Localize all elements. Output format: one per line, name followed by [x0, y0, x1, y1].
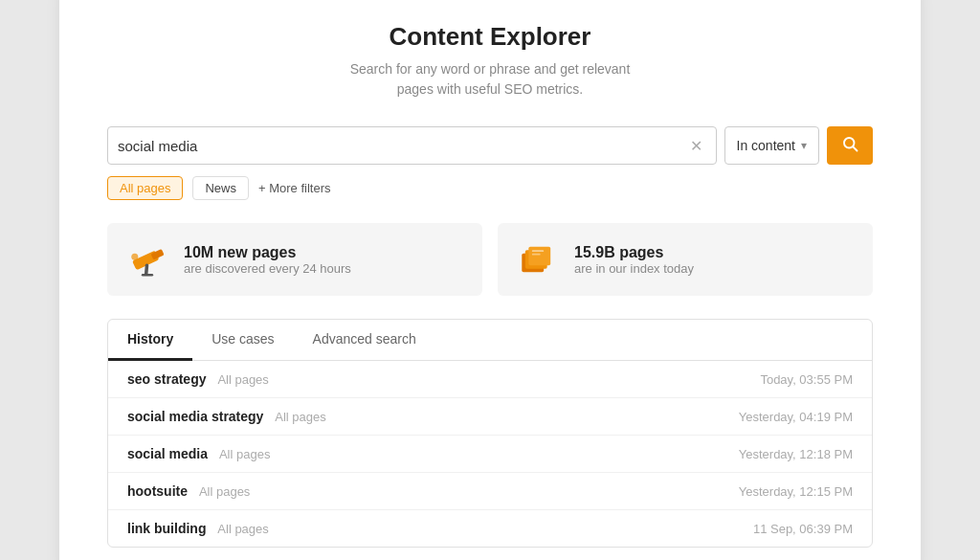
search-button[interactable]	[827, 126, 873, 165]
search-scope-label: In content	[737, 138, 796, 153]
history-item[interactable]: social media strategy All pages Yesterda…	[108, 398, 872, 436]
search-box: ✕	[107, 126, 717, 165]
stat-new-pages: 10M new pages are discovered every 24 ho…	[107, 223, 482, 296]
page-header: Content Explorer Search for any word or …	[107, 22, 873, 100]
history-timestamp: Yesterday, 12:18 PM	[739, 447, 853, 461]
filter-row: All pages News + More filters	[107, 176, 873, 200]
pages-stack-icon	[517, 238, 559, 280]
search-icon	[841, 135, 858, 157]
history-timestamp: Yesterday, 12:15 PM	[739, 484, 853, 499]
svg-rect-9	[528, 247, 550, 265]
stat-index-pages-desc: are in our index today	[574, 261, 694, 276]
history-timestamp: Today, 03:55 PM	[760, 372, 853, 387]
filter-news[interactable]: News	[192, 176, 249, 200]
history-term: social media strategy	[127, 409, 263, 424]
svg-line-1	[853, 146, 857, 150]
history-scope: All pages	[217, 522, 268, 536]
history-term: social media	[127, 446, 208, 461]
stat-index-pages: 15.9B pages are in our index today	[498, 223, 873, 296]
search-scope-dropdown[interactable]: In content ▾	[724, 126, 820, 165]
tab-use-cases[interactable]: Use cases	[192, 320, 293, 361]
chevron-down-icon: ▾	[801, 139, 807, 152]
svg-point-6	[131, 254, 138, 260]
svg-rect-10	[532, 250, 544, 252]
filter-all-pages[interactable]: All pages	[107, 176, 183, 200]
history-term: hootsuite	[127, 483, 188, 499]
page-subtitle: Search for any word or phrase and get re…	[107, 59, 873, 100]
history-timestamp: 11 Sep, 06:39 PM	[753, 522, 853, 536]
history-term: seo strategy	[127, 371, 206, 387]
telescope-icon	[126, 238, 168, 280]
stats-row: 10M new pages are discovered every 24 ho…	[107, 223, 873, 296]
history-scope: All pages	[219, 447, 270, 461]
history-item[interactable]: seo strategy All pages Today, 03:55 PM	[108, 361, 872, 398]
filter-more-button[interactable]: + More filters	[258, 181, 331, 195]
history-scope: All pages	[199, 484, 250, 499]
tab-advanced-search[interactable]: Advanced search	[294, 320, 435, 361]
history-item[interactable]: hootsuite All pages Yesterday, 12:15 PM	[108, 473, 872, 510]
page-title: Content Explorer	[107, 22, 873, 52]
tabs-header: History Use cases Advanced search	[108, 320, 872, 361]
tab-history[interactable]: History	[108, 320, 192, 361]
stat-new-pages-text: 10M new pages are discovered every 24 ho…	[184, 244, 351, 276]
svg-rect-11	[532, 254, 541, 256]
history-term: link building	[127, 521, 206, 536]
clear-icon[interactable]: ✕	[686, 137, 706, 155]
history-scope: All pages	[275, 410, 325, 424]
search-row: ✕ In content ▾	[107, 126, 873, 165]
stat-new-pages-highlight: 10M new pages	[184, 244, 351, 261]
tabs-section: History Use cases Advanced search seo st…	[107, 319, 873, 548]
svg-rect-5	[142, 274, 153, 277]
search-input[interactable]	[118, 138, 686, 154]
stat-index-pages-text: 15.9B pages are in our index today	[574, 244, 694, 276]
history-item[interactable]: social media All pages Yesterday, 12:18 …	[108, 436, 872, 473]
stat-index-pages-highlight: 15.9B pages	[574, 244, 694, 261]
history-scope: All pages	[217, 372, 268, 387]
history-list: seo strategy All pages Today, 03:55 PM s…	[108, 361, 872, 547]
history-timestamp: Yesterday, 04:19 PM	[739, 410, 853, 424]
stat-new-pages-desc: are discovered every 24 hours	[184, 261, 351, 276]
main-card: Content Explorer Search for any word or …	[59, 0, 921, 560]
history-item[interactable]: link building All pages 11 Sep, 06:39 PM	[108, 510, 872, 547]
